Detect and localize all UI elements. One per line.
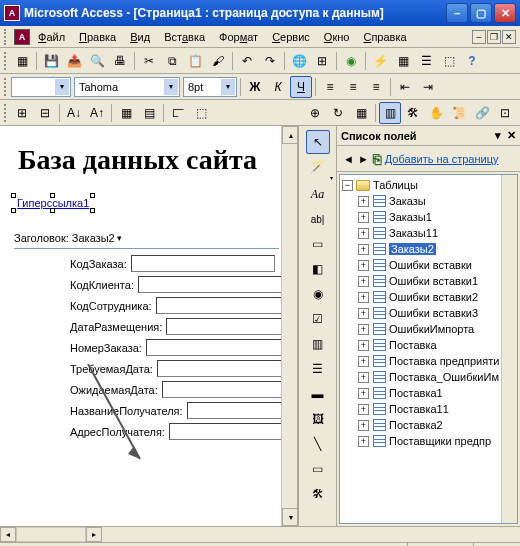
nav-fwd-icon[interactable]: ► (358, 153, 369, 165)
collapse-icon[interactable]: − (342, 180, 353, 191)
page-heading[interactable]: База данных сайта (0, 126, 297, 182)
bold-button[interactable]: Ж (244, 76, 266, 98)
field-input[interactable] (157, 360, 298, 377)
autoformat-button[interactable]: ▤ (138, 102, 160, 124)
fieldlist-button[interactable]: ▥ (379, 102, 401, 124)
expand-icon[interactable]: + (358, 372, 369, 383)
tree-table-node[interactable]: +Ошибки вставки (358, 257, 515, 273)
expand-icon[interactable]: + (358, 244, 369, 255)
tree-table-node[interactable]: +Заказы2 (358, 241, 515, 257)
pointer-tool[interactable]: ↖ (306, 130, 330, 154)
field-input[interactable] (166, 318, 298, 335)
tree-table-node[interactable]: +Заказы11 (358, 225, 515, 241)
help-button[interactable]: ? (461, 50, 483, 72)
menu-edit[interactable]: Правка (73, 29, 122, 45)
expand-icon[interactable]: + (358, 260, 369, 271)
section-header[interactable]: Заголовок: Заказы2▾ (14, 232, 297, 244)
expand-icon[interactable]: + (358, 420, 369, 431)
minimize-button[interactable]: – (446, 3, 468, 23)
panel-close-icon[interactable]: ✕ (507, 129, 516, 142)
sort-asc-button[interactable]: A↓ (63, 102, 85, 124)
expand-icon[interactable]: + (358, 388, 369, 399)
expand-icon[interactable]: + (358, 228, 369, 239)
sort-desc-button[interactable]: A↑ (86, 102, 108, 124)
field-input[interactable] (138, 276, 282, 293)
paste-button[interactable]: 📋 (184, 50, 206, 72)
command-tool[interactable]: ▬ (306, 382, 330, 406)
add-to-page-link[interactable]: Добавить на страницу (385, 153, 499, 165)
toolbox-button[interactable]: 🛠 (402, 102, 424, 124)
save-button[interactable]: 💾 (40, 50, 62, 72)
undo-button[interactable]: ↶ (236, 50, 258, 72)
menu-window[interactable]: Окно (318, 29, 356, 45)
build-button[interactable]: ⬚ (438, 50, 460, 72)
copy-button[interactable]: ⧉ (161, 50, 183, 72)
view-button[interactable]: ▦ (11, 50, 33, 72)
format-painter-button[interactable]: 🖌 (207, 50, 229, 72)
tree-table-node[interactable]: +Поставка предприяти (358, 353, 515, 369)
vertical-scrollbar[interactable] (281, 126, 297, 526)
group-button[interactable]: ⊞ (11, 102, 33, 124)
combobox-tool[interactable]: ▥ (306, 332, 330, 356)
tree-table-node[interactable]: +Заказы (358, 193, 515, 209)
close-button[interactable]: ✕ (494, 3, 516, 23)
data-button[interactable]: ⊡ (494, 102, 516, 124)
expand-icon[interactable]: + (358, 292, 369, 303)
tree-table-node[interactable]: +Заказы1 (358, 209, 515, 225)
print-button[interactable]: 🖶 (109, 50, 131, 72)
tables-tree[interactable]: − Таблицы +Заказы+Заказы1+Заказы11+Заказ… (339, 174, 518, 524)
option-tool[interactable]: ◉ (306, 282, 330, 306)
expand-icon[interactable]: + (358, 276, 369, 287)
tree-table-node[interactable]: +Поставка11 (358, 401, 515, 417)
field-list-header[interactable]: Список полей ▾ ✕ (337, 126, 520, 146)
menu-format[interactable]: Формат (213, 29, 264, 45)
horizontal-scrollbar[interactable]: ◂▸ (0, 526, 520, 542)
mdi-close[interactable]: ✕ (502, 30, 516, 44)
expand-icon[interactable]: + (358, 340, 369, 351)
maximize-button[interactable]: ▢ (470, 3, 492, 23)
tree-table-node[interactable]: +Поставка2 (358, 417, 515, 433)
line-tool[interactable]: ╲ (306, 432, 330, 456)
autoform-button[interactable]: ⚡ (369, 50, 391, 72)
panel-menu-icon[interactable]: ▾ (495, 129, 501, 142)
italic-button[interactable]: К (267, 76, 289, 98)
zoom-button[interactable]: ⊕ (304, 102, 326, 124)
tree-table-node[interactable]: +Поставка (358, 337, 515, 353)
field-input[interactable] (146, 339, 290, 356)
tree-table-node[interactable]: +Поставщики предпр (358, 433, 515, 449)
align-right-button[interactable]: ≡ (365, 76, 387, 98)
more-tool[interactable]: 🛠 (306, 482, 330, 506)
redo-button[interactable]: ↷ (259, 50, 281, 72)
expand-icon[interactable]: + (358, 404, 369, 415)
tree-table-node[interactable]: +Ошибки вставки1 (358, 273, 515, 289)
properties-button[interactable]: ☰ (415, 50, 437, 72)
tree-scrollbar[interactable] (501, 175, 517, 523)
script-button[interactable]: 📜 (448, 102, 470, 124)
textbox-tool[interactable]: ab| (306, 207, 330, 231)
cut-button[interactable]: ✂ (138, 50, 160, 72)
align-button[interactable]: ⫍ (167, 102, 189, 124)
nav-button[interactable]: ▦ (350, 102, 372, 124)
indent-increase-button[interactable]: ⇥ (417, 76, 439, 98)
font-combo[interactable]: Tahoma▾ (74, 77, 180, 97)
export-button[interactable]: 📤 (63, 50, 85, 72)
menu-view[interactable]: Вид (124, 29, 156, 45)
refresh-button[interactable]: ↻ (327, 102, 349, 124)
tree-table-node[interactable]: +Поставка1 (358, 385, 515, 401)
expand-icon[interactable]: + (358, 196, 369, 207)
mdi-minimize[interactable]: – (472, 30, 486, 44)
checkbox-tool[interactable]: ☑ (306, 307, 330, 331)
tree-table-node[interactable]: +Ошибки вставки2 (358, 289, 515, 305)
menu-file[interactable]: ФФайлайл (32, 29, 71, 45)
indent-decrease-button[interactable]: ⇤ (394, 76, 416, 98)
ungroup-button[interactable]: ⊟ (34, 102, 56, 124)
fontsize-combo[interactable]: 8pt▾ (183, 77, 237, 97)
tree-root-node[interactable]: − Таблицы (342, 177, 515, 193)
link-button[interactable]: 🔗 (471, 102, 493, 124)
field-input[interactable] (169, 423, 298, 440)
code-button[interactable]: ▦ (392, 50, 414, 72)
object-combo[interactable]: ▾ (11, 77, 71, 97)
mdi-restore[interactable]: ❐ (487, 30, 501, 44)
nav-back-icon[interactable]: ◄ (343, 153, 354, 165)
microsoft-button[interactable]: ⊞ (311, 50, 333, 72)
